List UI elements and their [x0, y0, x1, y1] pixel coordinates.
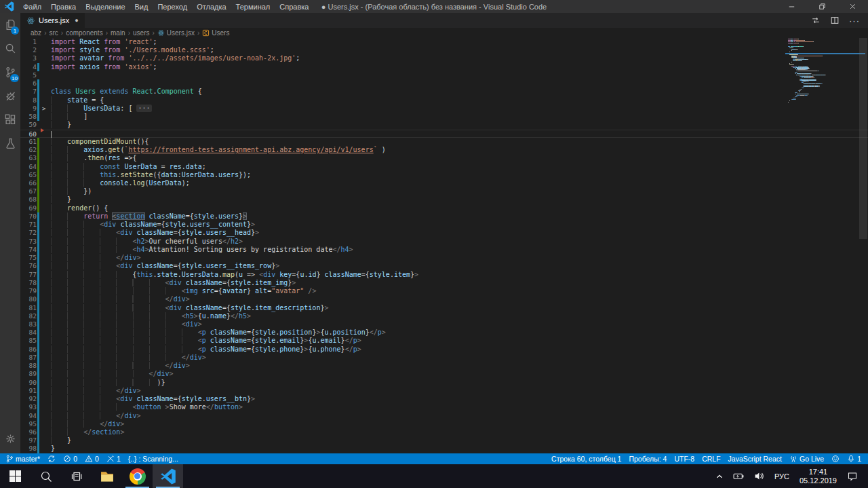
code-line[interactable]: 68 }: [20, 195, 868, 204]
status-sync[interactable]: [47, 455, 56, 463]
status-language-mode[interactable]: JavaScript React: [728, 455, 782, 463]
code-line[interactable]: 2import style from './Users.module.scss'…: [20, 46, 868, 54]
gutter[interactable]: [37, 130, 51, 137]
code-line[interactable]: 80 </div>: [20, 295, 868, 303]
scrollbar-slider[interactable]: [859, 38, 867, 239]
code-line[interactable]: 85 <p className={style.email}>{u.email}<…: [20, 337, 868, 345]
menu-правка[interactable]: Правка: [46, 0, 81, 13]
menu-вид[interactable]: Вид: [130, 0, 153, 13]
code-line[interactable]: 65 this.setState({data:UserData.users});: [20, 171, 868, 179]
breadcrumb-item-main[interactable]: main: [110, 29, 126, 37]
gutter[interactable]: >: [37, 105, 51, 113]
code-line[interactable]: 67 }): [20, 187, 868, 195]
code-line[interactable]: 69 render() {: [20, 204, 868, 212]
status-git-branch[interactable]: master*: [5, 455, 40, 463]
taskbar-file-explorer-button[interactable]: [92, 464, 122, 488]
activity-source-control[interactable]: 10: [0, 60, 20, 84]
battery-status[interactable]: [730, 464, 748, 488]
menu-переход[interactable]: Переход: [153, 0, 192, 13]
code-line[interactable]: 61 componentDidMount(){: [20, 138, 868, 146]
breadcrumb-item-abz[interactable]: abz: [30, 29, 42, 37]
code-line[interactable]: 86 <p className={style.phone}>{u.phone}<…: [20, 345, 868, 354]
gutter[interactable]: [37, 445, 51, 453]
status-cursor-position[interactable]: Строка 60, столбец 1: [551, 455, 621, 463]
status-go-live[interactable]: Go Live: [789, 455, 824, 463]
status-indentation[interactable]: Пробелы: 4: [629, 455, 667, 463]
tray-expand[interactable]: [712, 464, 727, 488]
code-line[interactable]: 87 </div>: [20, 354, 868, 362]
gutter[interactable]: [37, 154, 51, 162]
gutter[interactable]: [37, 179, 51, 187]
breadcrumb-item-users[interactable]: Users: [201, 29, 230, 37]
code-line[interactable]: 73 <h2>Our cheerful users</h2>: [20, 238, 868, 246]
gutter[interactable]: [37, 187, 51, 195]
gutter[interactable]: [37, 271, 51, 279]
gutter[interactable]: [37, 403, 51, 411]
breadcrumb-item-components[interactable]: components: [65, 29, 103, 37]
menu-выделение[interactable]: Выделение: [81, 0, 130, 13]
activity-manage[interactable]: [0, 427, 20, 451]
code-line[interactable]: 88 </div>: [20, 362, 868, 370]
code-line[interactable]: 91 </div>: [20, 387, 868, 395]
breadcrumb-item-users[interactable]: users: [132, 29, 150, 37]
code-line[interactable]: 78 <div className={style.item_img}>: [20, 279, 868, 287]
minimize-button[interactable]: [776, 0, 807, 13]
code-line[interactable]: 5: [20, 71, 868, 79]
gutter[interactable]: [37, 204, 51, 212]
open-changes-button[interactable]: [811, 16, 821, 25]
gutter[interactable]: [37, 436, 51, 445]
gutter[interactable]: [37, 304, 51, 312]
code-line[interactable]: 59 }: [20, 121, 868, 129]
action-center[interactable]: [844, 464, 861, 488]
code-line[interactable]: 70 return <section className={style.user…: [20, 212, 868, 221]
code-line[interactable]: 74 <h4>Attantion! Sorting users by regis…: [20, 246, 868, 254]
code-editor[interactable]: 1import React from 'react';2import style…: [20, 38, 868, 453]
tab-users-jsx[interactable]: Users.jsx ●: [20, 13, 85, 28]
taskbar-chrome-button[interactable]: [122, 464, 153, 488]
code-line[interactable]: 64 const UserData = res.data;: [20, 163, 868, 171]
taskbar-taskbar-search-button[interactable]: [31, 464, 61, 488]
language-indicator[interactable]: РУС: [771, 464, 793, 488]
gutter[interactable]: [37, 88, 51, 96]
code-line[interactable]: 81 <div className={style.item_descriptio…: [20, 304, 868, 312]
menu-отладка[interactable]: Отладка: [192, 0, 231, 13]
code-line[interactable]: 66 console.log(UserData);: [20, 179, 868, 187]
gutter[interactable]: [37, 171, 51, 179]
gutter[interactable]: [37, 113, 51, 121]
gutter[interactable]: [37, 54, 51, 62]
code-line[interactable]: 1import React from 'react';: [20, 38, 868, 46]
taskbar-task-view-button[interactable]: [61, 464, 92, 488]
code-line[interactable]: 9> UsersData: [ ···: [20, 105, 868, 113]
code-line[interactable]: 84 <p className={style.position}>{u.posi…: [20, 329, 868, 337]
status-notifications[interactable]: 1: [847, 455, 861, 463]
gutter[interactable]: [37, 362, 51, 370]
code-line[interactable]: 89 </div>: [20, 370, 868, 378]
gutter[interactable]: [37, 420, 51, 428]
menu-справка[interactable]: Справка: [275, 0, 313, 13]
gutter[interactable]: [37, 312, 51, 320]
breadcrumb-item-users-jsx[interactable]: Users.jsx: [157, 29, 195, 37]
close-button[interactable]: [837, 0, 868, 13]
code-line[interactable]: 97 }: [20, 436, 868, 445]
code-line[interactable]: 3import avatar from '../../../assets/ima…: [20, 54, 868, 62]
gutter[interactable]: [37, 262, 51, 270]
code-line[interactable]: 62 axios.get(`https://frontend-test-assi…: [20, 146, 868, 154]
activity-explorer[interactable]: 1: [0, 13, 20, 37]
volume[interactable]: [751, 464, 768, 488]
status-errors[interactable]: 0: [63, 455, 77, 463]
code-line[interactable]: 8 state = {: [20, 96, 868, 105]
code-line[interactable]: 90 )}: [20, 379, 868, 387]
activity-debug[interactable]: [0, 84, 20, 108]
menu-файл[interactable]: Файл: [18, 0, 46, 13]
status-tools-count[interactable]: 1: [106, 455, 121, 463]
code-line[interactable]: 76 <div className={style.users__items_ro…: [20, 262, 868, 270]
gutter[interactable]: [37, 379, 51, 387]
code-line[interactable]: 82 <h5>{u.name}</h5>: [20, 312, 868, 320]
gutter[interactable]: [37, 71, 51, 79]
gutter[interactable]: [37, 79, 51, 88]
gutter[interactable]: [37, 246, 51, 254]
status-feedback[interactable]: [831, 455, 840, 463]
gutter[interactable]: [37, 337, 51, 345]
gutter[interactable]: [37, 345, 51, 354]
code-line[interactable]: 4import axios from 'axios';: [20, 63, 868, 71]
